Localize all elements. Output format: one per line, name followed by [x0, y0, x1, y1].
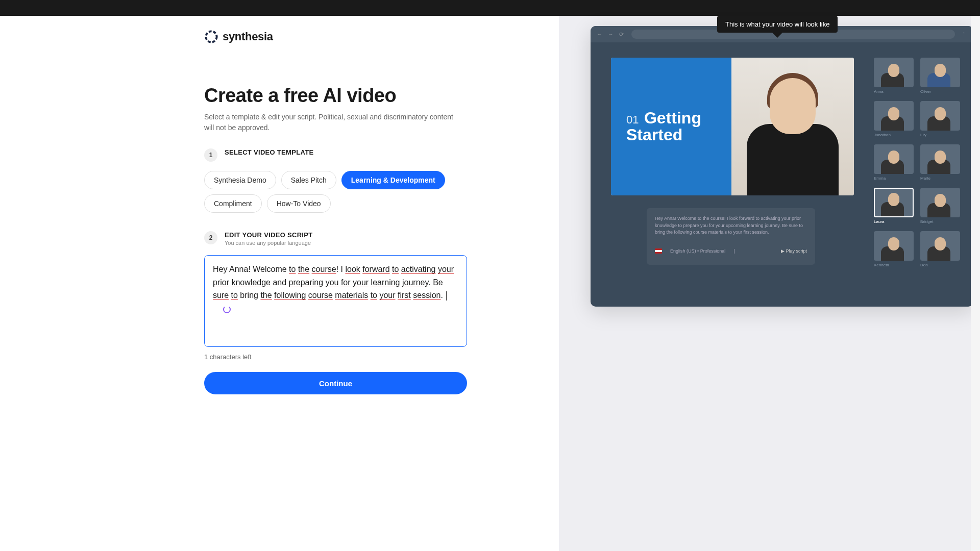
step-1-header: 1 SELECT VIDEO TEMPLATE — [204, 148, 559, 162]
preview-tooltip: This is what your video will look like — [717, 16, 838, 33]
language-label[interactable]: English (US) • Professional — [670, 248, 725, 254]
step-2-subheading: You can use any popular language — [225, 240, 313, 246]
preview-script-text: Hey Anna! Welcome to the course! I look … — [655, 215, 807, 236]
avatar-option-laura[interactable] — [874, 188, 914, 217]
template-pill-learning-development[interactable]: Learning & Development — [341, 171, 445, 189]
continue-button[interactable]: Continue — [204, 372, 467, 394]
step-2-heading: EDIT YOUR VIDEO SCRIPT — [225, 231, 313, 239]
avatar-option-emma[interactable] — [874, 144, 914, 174]
preview-script-panel: Hey Anna! Welcome to the course! I look … — [647, 208, 815, 265]
brand-logo: synthesia — [204, 30, 559, 44]
avatar-option-jonathan[interactable] — [874, 101, 914, 131]
nav-menu-icon: ⋮ — [961, 31, 967, 37]
browser-topbar — [0, 0, 980, 16]
synthesia-logo-icon — [204, 30, 218, 44]
avatar-grid: Anna Oliver Jonathan Lily Emma Marie Lau… — [874, 58, 961, 267]
right-panel: This is what your video will look like ←… — [559, 16, 980, 551]
slide-title-line2: Started — [626, 126, 731, 144]
slide-number: 01 — [626, 113, 639, 126]
language-flag-icon — [655, 248, 662, 254]
loading-spinner-icon — [223, 306, 231, 313]
play-script-button[interactable]: ▶ Play script — [781, 248, 807, 254]
avatar-option-marie[interactable] — [920, 144, 960, 174]
page-subtitle: Select a template & edit your script. Po… — [204, 112, 459, 133]
svg-point-0 — [206, 31, 216, 42]
nav-forward-icon: → — [608, 31, 614, 37]
page-title: Create a free AI video — [204, 85, 559, 107]
step-2-header: 2 EDIT YOUR VIDEO SCRIPT You can use any… — [204, 231, 559, 246]
template-pill-synthesia-demo[interactable]: Synthesia Demo — [204, 171, 276, 189]
step-1-heading: SELECT VIDEO TEMPLATE — [225, 148, 313, 156]
avatar-option-don[interactable] — [920, 231, 960, 261]
template-pill-sales-pitch[interactable]: Sales Pitch — [281, 171, 336, 189]
brand-name: synthesia — [223, 30, 273, 43]
text-cursor — [446, 291, 447, 300]
nav-back-icon: ← — [597, 31, 603, 37]
avatar-option-bridget[interactable] — [920, 188, 960, 217]
preview-window: ← → ⟳ ⋮ 01 Getting Started — [591, 26, 973, 307]
nav-reload-icon: ⟳ — [619, 31, 625, 37]
template-pills: Synthesia Demo Sales Pitch Learning & De… — [204, 171, 470, 213]
template-pill-how-to-video[interactable]: How-To Video — [267, 194, 331, 213]
avatar-option-oliver[interactable] — [920, 58, 960, 87]
step-2-number: 2 — [204, 231, 217, 244]
avatar-option-anna[interactable] — [874, 58, 914, 87]
avatar-option-kenneth[interactable] — [874, 231, 914, 261]
characters-remaining: 1 characters left — [204, 353, 559, 361]
template-pill-compliment[interactable]: Compliment — [204, 194, 262, 213]
step-1-number: 1 — [204, 148, 217, 162]
page-scrollbar[interactable] — [971, 16, 980, 551]
avatar-option-lily[interactable] — [920, 101, 960, 131]
script-textarea[interactable]: Hey Anna! Welcome to the course! I look … — [204, 255, 467, 347]
video-preview-thumb: 01 Getting Started — [611, 58, 854, 195]
slide-title-line1: Getting — [644, 109, 701, 127]
divider: | — [733, 248, 734, 254]
preview-avatar-figure — [747, 73, 839, 195]
left-panel: synthesia Create a free AI video Select … — [0, 16, 559, 551]
